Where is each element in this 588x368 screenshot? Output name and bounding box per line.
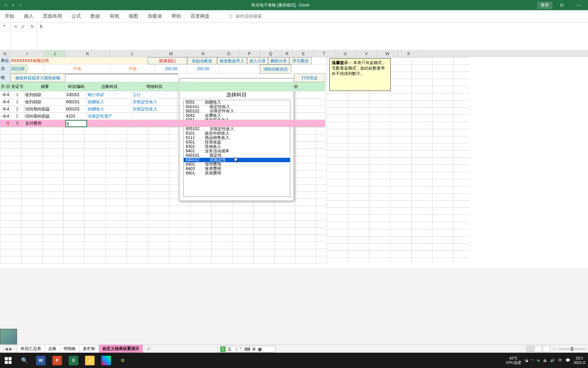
col-L[interactable]: L (110, 50, 155, 57)
cell-voucher[interactable]: 1 (10, 98, 24, 106)
subject-item[interactable]: 6111商品销售收入 (184, 136, 290, 140)
subject-item[interactable]: 6301投资收益 (184, 140, 290, 144)
tab-insert[interactable]: 插入 (19, 10, 38, 22)
cell-date[interactable]: -8-4 (0, 98, 10, 106)
col-Q[interactable]: Q (260, 50, 282, 57)
cell-genacc[interactable] (87, 120, 132, 127)
cell-empty[interactable] (177, 120, 325, 127)
cell-voucher[interactable]: 2 (10, 113, 24, 120)
col-P[interactable]: P (239, 50, 260, 57)
task-app2[interactable]: ✿ (114, 353, 131, 368)
period-value[interactable]: 202108 (10, 64, 28, 74)
sheet-tab[interactable]: 明细账 (60, 345, 80, 353)
cell-detacc[interactable] (132, 120, 177, 127)
cell-genacc[interactable]: 银行存款 (87, 91, 132, 98)
cell-code[interactable]: 100201 (65, 91, 87, 98)
search-button[interactable]: 🔍 (16, 353, 33, 368)
subject-item[interactable]: 6402管理费用 (184, 162, 290, 167)
temperature-widget[interactable]: 42℃ CPU温度 (506, 356, 521, 365)
cell-detacc[interactable]: 工行 (132, 91, 177, 98)
cell-date[interactable]: -5 (0, 120, 10, 127)
cell-code[interactable]: 4103 (65, 113, 87, 120)
cell-detacc[interactable]: 非限定性收入 (132, 98, 177, 106)
page-layout-view-icon[interactable] (535, 346, 542, 352)
task-excel[interactable]: X (65, 353, 82, 368)
sheet-tab[interactable]: 多栏账 (79, 345, 99, 353)
empty-cell[interactable] (65, 74, 178, 82)
sheet-tab[interactable]: 科目汇总表 (17, 345, 45, 353)
col-R[interactable]: R (282, 50, 293, 57)
add-sheet-button[interactable]: + (146, 346, 151, 352)
resort-button[interactable]: 序号重排 (289, 57, 312, 64)
cell-code[interactable]: 6 (65, 120, 87, 127)
cell-voucher[interactable]: 3 (10, 120, 24, 127)
cell-genacc[interactable]: 非限定性资产 (87, 113, 132, 120)
insert-entry-button[interactable]: 插入分录 (247, 57, 268, 64)
col-W[interactable]: W (377, 50, 398, 57)
col-S[interactable]: S (293, 50, 314, 57)
qat-more-icon[interactable]: = (18, 2, 24, 8)
col-X[interactable]: X (398, 50, 419, 57)
sheet-tab-active[interactable]: 自定义报表设置演示 (99, 345, 143, 353)
cell-empty[interactable] (177, 98, 325, 106)
tab-data[interactable]: 数据 (86, 10, 105, 22)
empty-cell[interactable] (178, 74, 294, 82)
sheet-nav[interactable]: ◀ ▶ (0, 347, 17, 351)
tray-chevron-icon[interactable]: ^ (532, 358, 534, 363)
cell-summary[interactable]: 收到捐款 (24, 98, 65, 106)
name-box[interactable]: ▼ (0, 22, 11, 50)
col-T[interactable]: T (314, 50, 335, 57)
delete-entry-button[interactable]: 删除分录 (268, 57, 289, 64)
cell-summary[interactable]: 收到捐款 (24, 91, 65, 98)
subject-item[interactable]: 640102非限定性 (184, 158, 290, 162)
subject-item[interactable]: 640101限定性 (184, 153, 290, 158)
enter-icon[interactable]: ✓ (21, 24, 25, 29)
init-button[interactable]: 初始化帐套 (187, 57, 217, 64)
fx-icon[interactable]: fx (31, 24, 34, 29)
company-name[interactable]: XXXXXXXX有限公司 (10, 57, 148, 64)
print-voucher-button[interactable]: 打印凭证 (294, 74, 325, 82)
formula-input[interactable]: 6 (37, 22, 588, 50)
cell-empty[interactable] (177, 91, 325, 98)
cell-detacc[interactable] (132, 113, 177, 120)
cancel-icon[interactable]: ✕ (14, 24, 18, 29)
sheet-tab[interactable]: 总账 (45, 345, 60, 353)
cell-genacc[interactable]: 捐赠收入 (87, 106, 132, 113)
normal-view-icon[interactable] (526, 346, 534, 352)
cell-genacc[interactable]: 捐赠收入 (87, 98, 132, 106)
tray-weather-icon[interactable]: 🌤 (525, 358, 528, 363)
col-O[interactable]: O (219, 50, 239, 57)
tray-volume-icon[interactable]: 🔊 (550, 358, 555, 363)
task-word[interactable]: W (33, 353, 49, 368)
tray-notification-icon[interactable]: 💬 (566, 358, 570, 363)
cell-code[interactable]: 600201 (65, 98, 87, 106)
task-powerpoint[interactable]: P (49, 353, 65, 368)
cell-date[interactable]: -8-4 (0, 91, 10, 98)
ribbon-display-icon[interactable]: ⊡ (554, 0, 570, 10)
tray-app-icon[interactable]: ◆ (537, 358, 540, 363)
tab-addins[interactable]: 加载项 (143, 10, 167, 22)
subject-item[interactable]: 6601其他费用 (184, 171, 290, 175)
cell-summary[interactable]: 支付费用 (24, 120, 65, 127)
cell-empty[interactable] (177, 106, 325, 113)
cell-date[interactable]: -8-4 (0, 113, 10, 120)
contact-button[interactable]: 联系我们 (148, 57, 187, 64)
subject-item[interactable]: 6401业务活动成本 (184, 149, 290, 153)
login-button[interactable]: 登录 (537, 1, 553, 9)
col-M[interactable]: M (155, 50, 187, 57)
task-explorer[interactable]: 📁 (82, 353, 98, 368)
tab-view[interactable]: 视图 (124, 10, 143, 22)
cell-empty[interactable] (177, 113, 325, 120)
zoom-slider[interactable] (558, 348, 585, 350)
col-J[interactable]: J (44, 50, 65, 57)
cell-voucher[interactable]: 2 (10, 106, 24, 113)
cell-summary[interactable]: 结转期间损益 (24, 106, 65, 113)
cell-summary[interactable]: 结转期间损益 (24, 113, 65, 120)
col-K[interactable]: K (65, 50, 110, 57)
col-U[interactable]: U (335, 50, 356, 57)
empty-cell[interactable] (312, 57, 327, 64)
clock[interactable]: 20:2 2021-0 (574, 356, 585, 365)
cell-date[interactable]: -8-4 (0, 106, 10, 113)
tab-help[interactable]: 帮助 (167, 10, 186, 22)
subject-item[interactable]: 605102非限定性收入 (184, 127, 290, 131)
